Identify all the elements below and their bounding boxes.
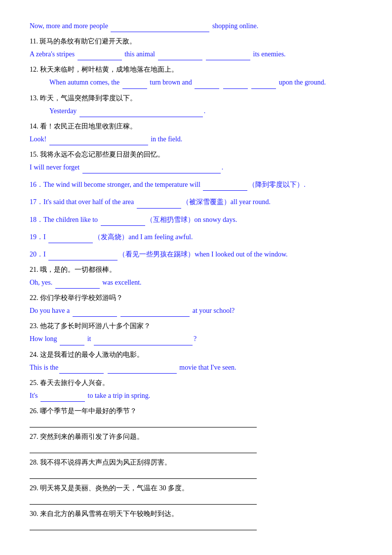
q13-english: Yesterday . xyxy=(30,105,362,117)
q11-english: A zebra's stripes this animal its enemie… xyxy=(30,48,362,60)
question-28: 28. 我不得不说得再大声点因为风正刮得厉害。 xyxy=(30,458,362,479)
q15-chinese: 15. 我将永远不会忘记那些夏日甜美的回忆。 xyxy=(30,150,362,159)
blank-19[interactable] xyxy=(48,243,93,243)
blank-23b[interactable] xyxy=(94,345,193,345)
blank-22a[interactable] xyxy=(73,316,117,317)
q18-english: 18．The children like to （互相扔雪球）on snowy … xyxy=(30,213,362,226)
question-25: 25. 春天去旅行令人兴奋。 It's to take a trip in sp… xyxy=(30,379,362,402)
blank-21[interactable] xyxy=(55,288,100,289)
q25-chinese: 25. 春天去旅行令人兴奋。 xyxy=(30,379,362,387)
blank-20[interactable] xyxy=(48,260,118,260)
blank-12c[interactable] xyxy=(223,88,248,89)
question-30: 30. 来自北方的暴风雪将在明天下午较晚时到达。 xyxy=(30,510,362,530)
q27-chinese: 27. 突然到来的暴雨引发了许多问题。 xyxy=(30,432,362,441)
blank-11c[interactable] xyxy=(206,60,250,60)
q24-english: This is the movie that I've seen. xyxy=(30,361,362,374)
blank-13[interactable] xyxy=(79,117,203,117)
blank-15[interactable] xyxy=(82,173,221,173)
worksheet: Now, more and more people shopping onlin… xyxy=(30,20,362,530)
intro-question: Now, more and more people shopping onlin… xyxy=(30,20,362,32)
question-12: 12. 秋天来临时，树叶枯黄，成堆地落在地面上。 When autumn com… xyxy=(30,65,362,88)
q24-chinese: 24. 这是我看过的最令人激动的电影。 xyxy=(30,350,362,359)
intro-english: Now, more and more people shopping onlin… xyxy=(30,20,362,32)
blank-22b[interactable] xyxy=(120,316,190,317)
q15-english: I will never forget . xyxy=(30,161,362,173)
q20-english: 20．I （看见一些男孩在踢球）when I looked out of the… xyxy=(30,248,362,260)
q19-english: 19．I （发高烧）and I am feeling awful. xyxy=(30,231,362,243)
q22-chinese: 22. 你们学校举行学校郊游吗？ xyxy=(30,294,362,302)
answer-line-29[interactable] xyxy=(30,496,257,505)
q23-english: How long it ? xyxy=(30,333,362,345)
question-26: 26. 哪个季节是一年中最好的季节？ xyxy=(30,407,362,427)
q25-english: It's to take a trip in spring. xyxy=(30,389,362,402)
q30-chinese: 30. 来自北方的暴风雪将在明天下午较晚时到达。 xyxy=(30,510,362,518)
question-24: 24. 这是我看过的最令人激动的电影。 This is the movie th… xyxy=(30,350,362,374)
q12-chinese: 12. 秋天来临时，树叶枯黄，成堆地落在地面上。 xyxy=(30,65,362,74)
question-16: 16．The wind will become stronger, and th… xyxy=(30,178,362,191)
q21-chinese: 21. 哦，是的。一切都很棒。 xyxy=(30,265,362,274)
q22-english: Do you have a at your school? xyxy=(30,304,362,317)
q21-english: Oh, yes. was excellent. xyxy=(30,276,362,289)
blank-12b[interactable] xyxy=(195,88,219,89)
question-22: 22. 你们学校举行学校郊游吗？ Do you have a at your s… xyxy=(30,294,362,317)
question-14: 14. 看！农民正在田地里收割庄稼。 Look! in the field. xyxy=(30,122,362,145)
q16-english: 16．The wind will become stronger, and th… xyxy=(30,178,362,191)
question-13: 13. 昨天，气温突然降到零度以下。 Yesterday . xyxy=(30,94,362,117)
answer-line-26[interactable] xyxy=(30,419,257,427)
blank-11a[interactable] xyxy=(78,60,122,60)
answer-line-27[interactable] xyxy=(30,444,257,453)
blank-14[interactable] xyxy=(49,145,148,145)
question-21: 21. 哦，是的。一切都很棒。 Oh, yes. was excellent. xyxy=(30,265,362,289)
q14-chinese: 14. 看！农民正在田地里收割庄稼。 xyxy=(30,122,362,131)
question-27: 27. 突然到来的暴雨引发了许多问题。 xyxy=(30,432,362,453)
blank-24a[interactable] xyxy=(59,373,104,374)
question-29: 29. 明天将又是美丽、炎热的一天，气温在 30 多度。 xyxy=(30,484,362,505)
blank-23a[interactable] xyxy=(60,345,84,345)
q23-chinese: 23. 他花了多长时间环游八十多个国家？ xyxy=(30,322,362,331)
question-15: 15. 我将永远不会忘记那些夏日甜美的回忆。 I will never forg… xyxy=(30,150,362,173)
q29-chinese: 29. 明天将又是美丽、炎热的一天，气温在 30 多度。 xyxy=(30,484,362,493)
blank-25[interactable] xyxy=(40,401,85,402)
question-17: 17．It's said that over half of the area … xyxy=(30,196,362,208)
answer-line-30[interactable] xyxy=(30,521,257,530)
answer-line-28[interactable] xyxy=(30,470,257,479)
blank-12d[interactable] xyxy=(251,88,276,89)
blank-17[interactable] xyxy=(137,208,181,209)
q12-english: When autumn comes, the turn brown and up… xyxy=(30,76,362,88)
question-11: 11. 斑马的条纹有助它们避开天敌。 A zebra's stripes thi… xyxy=(30,37,362,60)
q26-chinese: 26. 哪个季节是一年中最好的季节？ xyxy=(30,407,362,416)
q11-chinese: 11. 斑马的条纹有助它们避开天敌。 xyxy=(30,37,362,46)
question-19: 19．I （发高烧）and I am feeling awful. xyxy=(30,231,362,243)
question-23: 23. 他花了多长时间环游八十多个国家？ How long it ? xyxy=(30,322,362,345)
blank-16[interactable] xyxy=(203,190,247,191)
blank-intro[interactable] xyxy=(111,32,209,32)
blank-11b[interactable] xyxy=(158,60,202,60)
blank-12a[interactable] xyxy=(122,88,147,89)
q13-chinese: 13. 昨天，气温突然降到零度以下。 xyxy=(30,94,362,103)
question-20: 20．I （看见一些男孩在踢球）when I looked out of the… xyxy=(30,248,362,260)
q14-english: Look! in the field. xyxy=(30,133,362,145)
q28-chinese: 28. 我不得不说得再大声点因为风正刮得厉害。 xyxy=(30,458,362,467)
q17-english: 17．It's said that over half of the area … xyxy=(30,196,362,208)
blank-24b[interactable] xyxy=(108,373,177,374)
blank-18[interactable] xyxy=(101,225,145,226)
question-18: 18．The children like to （互相扔雪球）on snowy … xyxy=(30,213,362,226)
